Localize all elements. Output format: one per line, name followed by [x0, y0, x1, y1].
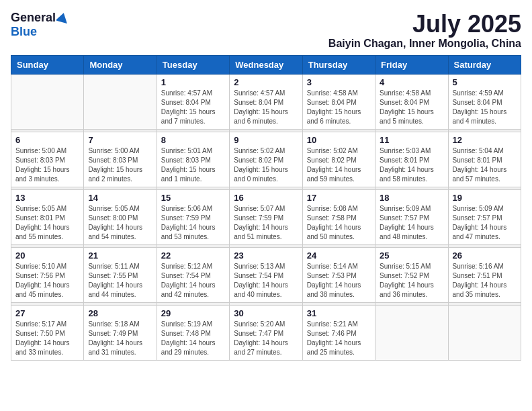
page-header: General Blue July 2025 Baiyin Chagan, In…: [11, 11, 521, 50]
calendar-header-row: SundayMondayTuesdayWednesdayThursdayFrid…: [11, 55, 521, 74]
calendar-day-cell: 20Sunrise: 5:10 AM Sunset: 7:56 PM Dayli…: [11, 247, 84, 302]
calendar-day-cell: 28Sunrise: 5:18 AM Sunset: 7:49 PM Dayli…: [84, 305, 157, 360]
calendar-day-cell: 11Sunrise: 5:03 AM Sunset: 8:01 PM Dayli…: [375, 132, 448, 187]
day-info: Sunrise: 4:57 AM Sunset: 8:04 PM Dayligh…: [234, 89, 298, 126]
calendar-day-cell: 5Sunrise: 4:59 AM Sunset: 8:04 PM Daylig…: [448, 74, 521, 129]
day-info: Sunrise: 4:57 AM Sunset: 8:04 PM Dayligh…: [161, 89, 225, 126]
day-info: Sunrise: 5:05 AM Sunset: 8:01 PM Dayligh…: [15, 204, 79, 242]
day-info: Sunrise: 5:17 AM Sunset: 7:50 PM Dayligh…: [15, 320, 79, 357]
calendar-day-cell: [84, 74, 157, 129]
day-number: 22: [161, 250, 225, 261]
day-info: Sunrise: 5:07 AM Sunset: 7:59 PM Dayligh…: [234, 204, 298, 242]
calendar-day-cell: [11, 74, 84, 129]
day-info: Sunrise: 5:02 AM Sunset: 8:02 PM Dayligh…: [307, 146, 371, 184]
day-info: Sunrise: 5:09 AM Sunset: 7:57 PM Dayligh…: [453, 204, 517, 242]
calendar-day-cell: 1Sunrise: 4:57 AM Sunset: 8:04 PM Daylig…: [157, 74, 229, 129]
day-number: 25: [380, 250, 443, 261]
calendar-day-cell: 21Sunrise: 5:11 AM Sunset: 7:55 PM Dayli…: [84, 247, 157, 302]
day-number: 15: [161, 193, 225, 203]
calendar-day-cell: 7Sunrise: 5:00 AM Sunset: 8:03 PM Daylig…: [84, 132, 157, 187]
day-info: Sunrise: 5:05 AM Sunset: 8:00 PM Dayligh…: [88, 204, 152, 242]
day-info: Sunrise: 4:58 AM Sunset: 8:04 PM Dayligh…: [307, 89, 371, 126]
day-info: Sunrise: 5:09 AM Sunset: 7:57 PM Dayligh…: [380, 204, 443, 242]
day-info: Sunrise: 5:03 AM Sunset: 8:01 PM Dayligh…: [380, 146, 443, 184]
weekday-header: Sunday: [11, 55, 84, 74]
calendar-day-cell: 9Sunrise: 5:02 AM Sunset: 8:02 PM Daylig…: [230, 132, 302, 187]
day-number: 11: [380, 135, 443, 145]
day-info: Sunrise: 5:02 AM Sunset: 8:02 PM Dayligh…: [234, 146, 298, 184]
calendar-day-cell: [375, 305, 448, 360]
day-info: Sunrise: 4:59 AM Sunset: 8:04 PM Dayligh…: [453, 89, 517, 126]
weekday-header: Monday: [84, 55, 157, 74]
calendar-day-cell: 3Sunrise: 4:58 AM Sunset: 8:04 PM Daylig…: [302, 74, 375, 129]
calendar-day-cell: 13Sunrise: 5:05 AM Sunset: 8:01 PM Dayli…: [11, 189, 84, 244]
day-info: Sunrise: 5:01 AM Sunset: 8:03 PM Dayligh…: [161, 146, 225, 184]
weekday-header: Thursday: [302, 55, 375, 74]
day-number: 26: [453, 250, 517, 261]
calendar-week-row: 27Sunrise: 5:17 AM Sunset: 7:50 PM Dayli…: [11, 305, 521, 360]
day-info: Sunrise: 5:04 AM Sunset: 8:01 PM Dayligh…: [453, 146, 517, 184]
calendar-table: SundayMondayTuesdayWednesdayThursdayFrid…: [11, 55, 521, 361]
day-info: Sunrise: 5:00 AM Sunset: 8:03 PM Dayligh…: [88, 146, 152, 184]
calendar-day-cell: 10Sunrise: 5:02 AM Sunset: 8:02 PM Dayli…: [302, 132, 375, 187]
day-info: Sunrise: 5:00 AM Sunset: 8:03 PM Dayligh…: [15, 146, 79, 184]
calendar-day-cell: [448, 305, 521, 360]
weekday-header: Friday: [375, 55, 448, 74]
day-info: Sunrise: 5:21 AM Sunset: 7:46 PM Dayligh…: [307, 320, 371, 357]
calendar-day-cell: 24Sunrise: 5:14 AM Sunset: 7:53 PM Dayli…: [302, 247, 375, 302]
day-info: Sunrise: 5:19 AM Sunset: 7:48 PM Dayligh…: [161, 320, 225, 357]
calendar-day-cell: 27Sunrise: 5:17 AM Sunset: 7:50 PM Dayli…: [11, 305, 84, 360]
logo: General Blue: [11, 11, 69, 39]
day-number: 31: [307, 308, 371, 318]
day-info: Sunrise: 5:15 AM Sunset: 7:52 PM Dayligh…: [380, 262, 443, 300]
calendar-day-cell: 17Sunrise: 5:08 AM Sunset: 7:58 PM Dayli…: [302, 189, 375, 244]
calendar-week-row: 20Sunrise: 5:10 AM Sunset: 7:56 PM Dayli…: [11, 247, 521, 302]
calendar-day-cell: 16Sunrise: 5:07 AM Sunset: 7:59 PM Dayli…: [230, 189, 302, 244]
day-number: 4: [380, 77, 443, 87]
day-info: Sunrise: 5:16 AM Sunset: 7:51 PM Dayligh…: [453, 262, 517, 300]
day-number: 30: [234, 308, 298, 318]
calendar-day-cell: 8Sunrise: 5:01 AM Sunset: 8:03 PM Daylig…: [157, 132, 229, 187]
calendar-day-cell: 19Sunrise: 5:09 AM Sunset: 7:57 PM Dayli…: [448, 189, 521, 244]
calendar-day-cell: 15Sunrise: 5:06 AM Sunset: 7:59 PM Dayli…: [157, 189, 229, 244]
day-info: Sunrise: 5:10 AM Sunset: 7:56 PM Dayligh…: [15, 262, 79, 300]
day-number: 24: [307, 250, 371, 261]
calendar-day-cell: 26Sunrise: 5:16 AM Sunset: 7:51 PM Dayli…: [448, 247, 521, 302]
calendar-day-cell: 4Sunrise: 4:58 AM Sunset: 8:04 PM Daylig…: [375, 74, 448, 129]
calendar-day-cell: 6Sunrise: 5:00 AM Sunset: 8:03 PM Daylig…: [11, 132, 84, 187]
day-info: Sunrise: 5:11 AM Sunset: 7:55 PM Dayligh…: [88, 262, 152, 300]
day-info: Sunrise: 5:12 AM Sunset: 7:54 PM Dayligh…: [161, 262, 225, 300]
calendar-day-cell: 29Sunrise: 5:19 AM Sunset: 7:48 PM Dayli…: [157, 305, 229, 360]
calendar-day-cell: 18Sunrise: 5:09 AM Sunset: 7:57 PM Dayli…: [375, 189, 448, 244]
day-number: 17: [307, 193, 371, 203]
weekday-header: Tuesday: [157, 55, 229, 74]
day-number: 23: [234, 250, 298, 261]
day-number: 7: [88, 135, 152, 145]
calendar-day-cell: 2Sunrise: 4:57 AM Sunset: 8:04 PM Daylig…: [230, 74, 302, 129]
day-info: Sunrise: 5:13 AM Sunset: 7:54 PM Dayligh…: [234, 262, 298, 300]
day-number: 12: [453, 135, 517, 145]
day-number: 19: [453, 193, 517, 203]
calendar-day-cell: 23Sunrise: 5:13 AM Sunset: 7:54 PM Dayli…: [230, 247, 302, 302]
day-info: Sunrise: 5:06 AM Sunset: 7:59 PM Dayligh…: [161, 204, 225, 242]
day-info: Sunrise: 4:58 AM Sunset: 8:04 PM Dayligh…: [380, 89, 443, 126]
day-info: Sunrise: 5:20 AM Sunset: 7:47 PM Dayligh…: [234, 320, 298, 357]
day-number: 27: [15, 308, 79, 318]
day-number: 2: [234, 77, 298, 87]
title-section: July 2025 Baiyin Chagan, Inner Mongolia,…: [328, 11, 521, 50]
day-number: 13: [15, 193, 79, 203]
day-number: 16: [234, 193, 298, 203]
logo-general-text: General: [11, 11, 56, 25]
day-number: 21: [88, 250, 152, 261]
day-number: 14: [88, 193, 152, 203]
calendar-day-cell: 14Sunrise: 5:05 AM Sunset: 8:00 PM Dayli…: [84, 189, 157, 244]
day-number: 3: [307, 77, 371, 87]
day-info: Sunrise: 5:14 AM Sunset: 7:53 PM Dayligh…: [307, 262, 371, 300]
calendar-day-cell: 12Sunrise: 5:04 AM Sunset: 8:01 PM Dayli…: [448, 132, 521, 187]
day-number: 18: [380, 193, 443, 203]
calendar-day-cell: 31Sunrise: 5:21 AM Sunset: 7:46 PM Dayli…: [302, 305, 375, 360]
day-info: Sunrise: 5:08 AM Sunset: 7:58 PM Dayligh…: [307, 204, 371, 242]
day-number: 5: [453, 77, 517, 87]
weekday-header: Wednesday: [230, 55, 302, 74]
calendar-day-cell: 22Sunrise: 5:12 AM Sunset: 7:54 PM Dayli…: [157, 247, 229, 302]
